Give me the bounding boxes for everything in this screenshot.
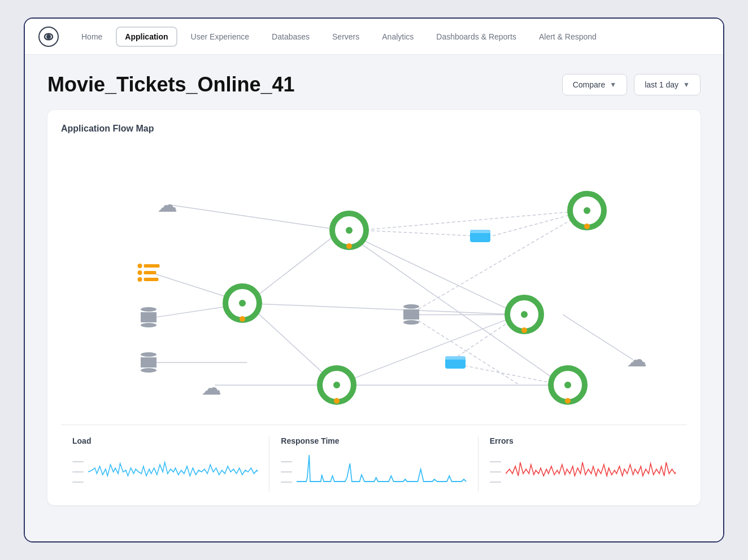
ring-node (505, 295, 544, 334)
ring-node (329, 211, 369, 250)
ring-node-topright (567, 191, 607, 230)
cloud-icon: ☁ (157, 193, 177, 216)
main-card: Application Flow Map (47, 110, 701, 505)
svg-point-1 (46, 34, 51, 39)
svg-line-18 (360, 211, 587, 230)
svg-line-22 (409, 211, 587, 315)
app-logo (38, 27, 59, 47)
db-node-bottom (141, 352, 156, 373)
nav-item-servers[interactable]: Servers (323, 27, 368, 47)
metric-response-time: Response Time (269, 436, 478, 492)
nav-item-home[interactable]: Home (72, 27, 111, 47)
nav-item-dashboards[interactable]: Dashboards & Reports (427, 27, 525, 47)
metrics-row: Load Response Time (61, 425, 687, 492)
page-content: Movie_Tickets_Online_41 Compare ▼ last 1… (25, 55, 723, 541)
app-card: Home Application User Experience Databas… (24, 18, 724, 542)
metric-load-title: Load (72, 436, 258, 445)
svg-line-2 (169, 205, 342, 230)
ring-node-middleleft (223, 283, 262, 323)
header-controls: Compare ▼ last 1 day ▼ (562, 74, 701, 95)
ring-node-bottomcenter (317, 365, 356, 405)
flow-map: ☁ (61, 143, 687, 425)
nav-item-alert[interactable]: Alert & Respond (530, 27, 606, 47)
db-node-top (141, 307, 156, 327)
nav-item-databases[interactable]: Databases (263, 27, 319, 47)
ring-node-middleright (505, 295, 544, 334)
chevron-down-icon: ▼ (610, 81, 616, 89)
ring-node-bottomright (548, 365, 588, 405)
svg-line-16 (360, 230, 471, 236)
db-icon (403, 304, 419, 325)
svg-line-10 (247, 303, 520, 314)
sparkline-errors (490, 452, 676, 492)
blue-cylinder-top (470, 230, 490, 242)
chevron-down-icon: ▼ (683, 81, 690, 89)
sparkline-response (281, 452, 466, 492)
db-icon (141, 352, 156, 373)
metric-errors-title: Errors (490, 436, 676, 445)
list-node (138, 264, 160, 282)
blue-cylinder-bottom (445, 356, 466, 369)
svg-line-14 (563, 314, 633, 360)
ring-node (567, 191, 607, 230)
svg-line-21 (409, 314, 520, 385)
flow-connections-svg (61, 143, 687, 425)
metric-load: Load (61, 436, 269, 492)
ring-node (317, 365, 356, 405)
cloud-node-bottomright: ☁ (627, 349, 647, 370)
nav-item-analytics[interactable]: Analytics (373, 27, 423, 47)
timerange-dropdown[interactable]: last 1 day ▼ (634, 74, 701, 95)
cloud-node-topleft: ☁ (157, 195, 177, 215)
sparkline-load (72, 452, 258, 492)
ring-node (223, 283, 262, 323)
db-icon (141, 307, 156, 327)
nav-item-user-experience[interactable]: User Experience (182, 27, 259, 47)
metric-response-title: Response Time (281, 436, 466, 445)
list-icon (138, 264, 160, 282)
cylinder-icon (445, 356, 466, 369)
page-header: Movie_Tickets_Online_41 Compare ▼ last 1… (47, 73, 701, 97)
cloud-icon: ☁ (627, 348, 647, 371)
compare-dropdown[interactable]: Compare ▼ (562, 74, 627, 95)
cloud-icon: ☁ (201, 376, 221, 399)
flow-map-title: Application Flow Map (61, 124, 687, 134)
ring-node-topcenter (329, 211, 369, 250)
ring-node (548, 365, 588, 405)
svg-line-20 (449, 362, 563, 385)
page-title: Movie_Tickets_Online_41 (47, 73, 295, 97)
db-node-center (403, 304, 419, 325)
cylinder-icon (470, 230, 490, 242)
metric-errors: Errors (479, 436, 687, 492)
svg-line-12 (336, 314, 520, 385)
cloud-node-bottomleft: ☁ (201, 378, 221, 398)
nav-item-application[interactable]: Application (116, 27, 177, 47)
nav-bar: Home Application User Experience Databas… (25, 19, 723, 55)
